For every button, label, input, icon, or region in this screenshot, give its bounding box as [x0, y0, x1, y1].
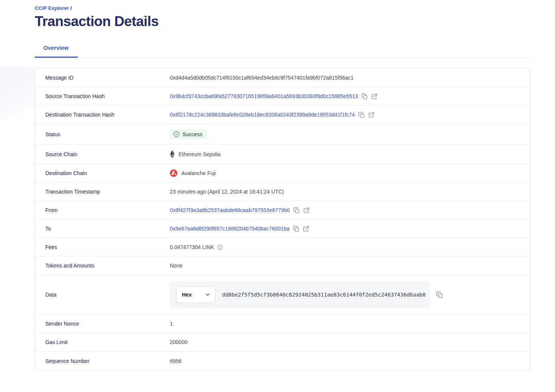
ethereum-icon [170, 150, 175, 158]
data-encoding-selected: Hex [182, 292, 192, 298]
row-label: Source Transaction Hash [45, 93, 170, 99]
check-circle-icon [173, 131, 180, 137]
page-title: Transaction Details [35, 14, 530, 29]
copy-icon[interactable] [361, 93, 368, 100]
row-timestamp: Transaction Timestamp 23 minutes ago (Ap… [35, 183, 530, 201]
tokens-value: None [170, 263, 182, 269]
gas-limit-value: 200000 [170, 339, 188, 345]
row-label: To [45, 226, 170, 232]
row-label: Tokens and Amounts [45, 263, 170, 269]
tab-bar: Overview [35, 45, 530, 58]
copy-icon[interactable] [436, 291, 443, 298]
transaction-details-card: Message ID 0xd4d4a5d0db05dc714f8150c1af6… [35, 68, 530, 371]
row-source-tx-hash: Source Transaction Hash 0x9b4cf3743ccba6… [35, 87, 530, 106]
data-panel: Hex dd8be2f5f5d5cf3b8640c62924025b311ae8… [170, 281, 430, 308]
breadcrumb-separator: / [71, 5, 72, 11]
row-tokens: Tokens and Amounts None [35, 257, 530, 275]
avalanche-icon [170, 169, 177, 177]
row-label: Fees [45, 244, 170, 250]
to-address-link[interactable]: 0x5e67ea6d6f290f857c1888204b7540bac76001… [170, 226, 290, 232]
row-sequence-number: Sequence Number 6956 [35, 352, 530, 370]
row-label: From [45, 207, 170, 213]
row-source-chain: Source Chain Ethereum Sepolia [35, 145, 530, 164]
row-label: Message ID [45, 75, 170, 81]
row-sender-nonce: Sender Nonce 1 [35, 314, 530, 333]
source-tx-hash-link[interactable]: 0x9b4cf3743ccba69fa5277830716519859a9401… [170, 93, 358, 99]
row-label: Destination Transaction Hash [45, 112, 170, 118]
dest-chain-name: Avalanche Fuji [181, 170, 216, 176]
row-label: Sender Nonce [45, 321, 170, 327]
main-container: CCIP Explorer/ Transaction Details Overv… [35, 0, 530, 371]
external-link-icon[interactable] [303, 207, 310, 214]
row-from: From 0x8f427f3a3a8b2537aabde68caab797553… [35, 201, 530, 220]
status-badge: Success [170, 129, 207, 139]
sender-nonce-value: 1 [170, 321, 173, 327]
status-text: Success [182, 131, 202, 137]
copy-icon[interactable] [293, 207, 300, 214]
copy-icon[interactable] [293, 226, 299, 232]
breadcrumb: CCIP Explorer/ [35, 0, 530, 11]
dest-tx-hash-link[interactable]: 0x6f2178c224c369833bafe6c028eb18ec8208a0… [170, 112, 355, 118]
row-label: Status [45, 131, 170, 137]
row-fees: Fees 0.047477304 LINK [35, 238, 530, 257]
from-address-link[interactable]: 0x8f427f3a3a8b2537aabde68caab797553e8779… [170, 207, 290, 213]
data-hex-value: dd8be2f5f5d5cf3b8640c62924025b311ae83c61… [222, 292, 426, 298]
sequence-number-value: 6956 [170, 358, 182, 364]
row-label: Sequence Number [45, 358, 170, 364]
source-chain-name: Ethereum Sepolia [179, 151, 220, 157]
info-icon[interactable] [217, 244, 223, 250]
external-link-icon[interactable] [303, 226, 309, 232]
row-label: Data [45, 292, 170, 298]
row-label: Destination Chain [45, 170, 170, 176]
external-link-icon[interactable] [371, 93, 378, 100]
row-label: Gas Limit [45, 339, 170, 345]
row-dest-chain: Destination Chain Avalanche Fuji [35, 164, 530, 183]
breadcrumb-ccip-explorer-link[interactable]: CCIP Explorer [35, 5, 69, 11]
chevron-down-icon [205, 292, 210, 297]
copy-icon[interactable] [358, 112, 365, 118]
timestamp-value: 23 minutes ago (April 12, 2024 at 16:41:… [170, 189, 284, 195]
row-dest-tx-hash: Destination Transaction Hash 0x6f2178c22… [35, 106, 530, 124]
row-label: Source Chain [45, 151, 170, 157]
row-status: Status Success [35, 124, 530, 145]
row-gas-limit: Gas Limit 200000 [35, 333, 530, 352]
background-gradient-decoration [0, 67, 34, 124]
tab-overview[interactable]: Overview [35, 45, 78, 58]
row-label: Transaction Timestamp [45, 189, 170, 195]
row-message-id: Message ID 0xd4d4a5d0db05dc714f8150c1af6… [35, 68, 530, 87]
data-encoding-select[interactable]: Hex [176, 286, 216, 303]
fees-value: 0.047477304 LINK [170, 244, 214, 250]
row-to: To 0x5e67ea6d6f290f857c1888204b7540bac76… [35, 220, 530, 238]
external-link-icon[interactable] [368, 112, 375, 118]
message-id-value: 0xd4d4a5d0db05dc714f8150c1af654ed34eb8c9… [170, 75, 354, 81]
row-data: Data Hex dd8be2f5f5d5cf3b8640c62924025b3… [35, 275, 530, 314]
